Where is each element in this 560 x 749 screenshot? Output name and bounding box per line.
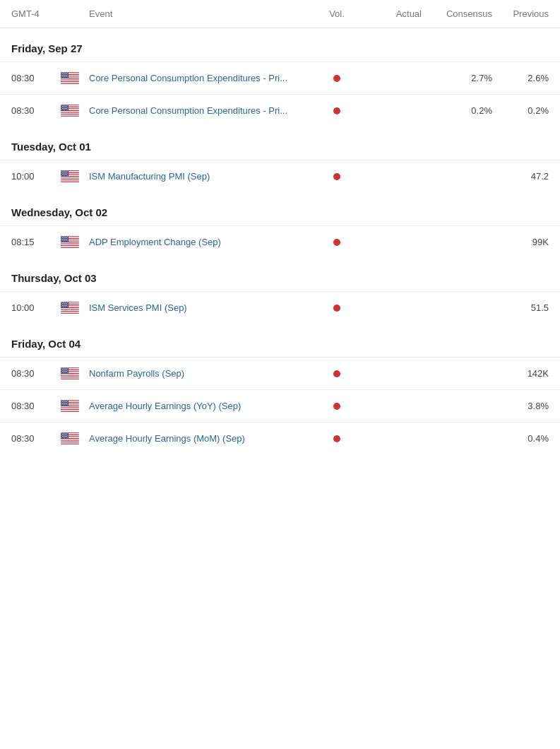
event-volatility (316, 239, 358, 246)
volatility-dot (333, 173, 340, 180)
svg-point-149 (66, 240, 66, 241)
svg-point-104 (62, 174, 63, 175)
table-row[interactable]: 08:15ADP Employment Change (Sep)99K (0, 225, 560, 258)
event-name[interactable]: ISM Manufacturing PMI (Sep) (89, 171, 316, 182)
svg-point-292 (66, 435, 66, 435)
svg-point-105 (64, 174, 64, 175)
svg-point-178 (66, 304, 66, 305)
svg-point-222 (61, 372, 62, 372)
svg-rect-48 (61, 114, 79, 114)
svg-point-144 (65, 240, 66, 240)
svg-point-66 (62, 108, 63, 109)
svg-point-262 (64, 404, 65, 405)
svg-rect-121 (61, 242, 79, 243)
event-name[interactable]: Core Personal Consumption Expenditures -… (89, 73, 316, 83)
svg-point-72 (64, 109, 65, 110)
svg-point-138 (63, 238, 64, 239)
svg-point-129 (63, 236, 64, 237)
table-row[interactable]: 10:00ISM Services PMI (Sep)51.5 (0, 291, 560, 324)
event-name[interactable]: Average Hourly Earnings (YoY) (Sep) (89, 401, 316, 411)
svg-point-56 (67, 105, 68, 105)
svg-rect-199 (61, 376, 79, 377)
svg-point-183 (66, 305, 67, 306)
svg-point-131 (66, 236, 66, 237)
section-date-2: Wednesday, Oct 02 (0, 192, 560, 225)
svg-point-219 (64, 371, 64, 372)
svg-point-73 (66, 109, 66, 110)
svg-point-243 (63, 400, 64, 401)
volatility-dot (333, 305, 340, 312)
sections-container: Friday, Sep 2708:30Core Personal Consump… (0, 28, 560, 454)
svg-point-148 (64, 240, 65, 241)
us-flag-icon (61, 72, 79, 84)
svg-point-259 (66, 403, 67, 404)
event-name[interactable]: Average Hourly Earnings (MoM) (Sep) (89, 433, 316, 444)
table-row[interactable]: 10:00ISM Manufacturing PMI (Sep)47.2 (0, 160, 560, 192)
svg-point-250 (66, 401, 67, 402)
svg-rect-124 (61, 245, 79, 246)
svg-rect-47 (61, 113, 79, 114)
svg-rect-159 (61, 308, 79, 309)
svg-point-58 (64, 106, 64, 107)
svg-point-245 (66, 400, 66, 401)
svg-point-205 (63, 367, 64, 368)
section-date-1: Tuesday, Oct 01 (0, 126, 560, 160)
svg-point-29 (64, 76, 64, 76)
event-time: 10:00 (11, 171, 61, 182)
svg-point-35 (66, 76, 66, 77)
event-previous: 2.6% (492, 73, 549, 83)
event-name[interactable]: ISM Services PMI (Sep) (89, 302, 316, 313)
event-name[interactable]: ADP Employment Change (Sep) (89, 237, 316, 247)
event-time: 08:30 (11, 401, 61, 411)
svg-point-134 (64, 237, 64, 238)
svg-point-19 (62, 73, 63, 74)
svg-rect-238 (61, 409, 79, 410)
svg-point-258 (65, 403, 66, 404)
table-row[interactable]: 08:30Average Hourly Earnings (MoM) (Sep)… (0, 422, 560, 454)
table-row[interactable]: 08:30Average Hourly Earnings (YoY) (Sep)… (0, 389, 560, 422)
svg-point-135 (65, 237, 66, 238)
table-row[interactable]: 08:30Core Personal Consumption Expenditu… (0, 94, 560, 126)
svg-point-260 (61, 404, 62, 405)
svg-point-128 (61, 236, 62, 237)
svg-point-251 (61, 402, 62, 403)
svg-point-285 (62, 434, 63, 435)
svg-point-179 (67, 304, 68, 305)
table-row[interactable]: 08:30Nonfarm Payrolls (Sep)142K (0, 357, 560, 389)
svg-rect-273 (61, 439, 79, 440)
svg-point-92 (64, 170, 65, 171)
svg-point-209 (62, 369, 63, 370)
svg-point-27 (67, 74, 68, 75)
svg-point-291 (64, 435, 65, 435)
svg-point-287 (65, 434, 66, 435)
event-flag (61, 105, 89, 117)
us-flag-icon (61, 105, 79, 117)
svg-rect-236 (61, 407, 79, 408)
svg-point-207 (66, 367, 66, 368)
svg-rect-11 (61, 82, 79, 83)
svg-point-95 (62, 172, 63, 172)
event-name[interactable]: Nonfarm Payrolls (Sep) (89, 368, 316, 379)
svg-point-210 (64, 369, 64, 370)
svg-point-22 (66, 73, 67, 74)
event-volatility (316, 403, 358, 410)
svg-point-256 (62, 403, 63, 404)
svg-point-224 (64, 372, 65, 372)
volatility-dot (333, 239, 340, 246)
svg-rect-87 (61, 180, 79, 181)
svg-point-246 (67, 400, 68, 401)
us-flag-icon (61, 236, 79, 248)
event-volatility (316, 305, 358, 312)
svg-point-281 (63, 432, 64, 433)
svg-point-100 (63, 172, 64, 173)
svg-point-286 (64, 434, 64, 435)
svg-point-69 (66, 108, 67, 109)
svg-point-28 (62, 76, 63, 76)
svg-point-247 (62, 401, 63, 402)
svg-point-110 (64, 175, 65, 175)
event-name[interactable]: Core Personal Consumption Expenditures -… (89, 105, 316, 116)
table-row[interactable]: 08:30Core Personal Consumption Expenditu… (0, 61, 560, 94)
svg-point-186 (64, 306, 65, 307)
svg-point-140 (66, 238, 66, 239)
svg-rect-198 (61, 374, 79, 375)
